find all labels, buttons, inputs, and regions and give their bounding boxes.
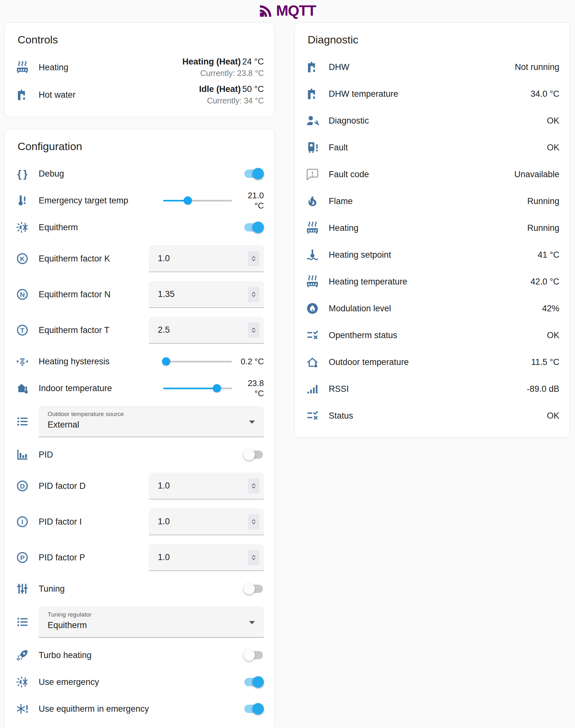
equitherm-factor-n-input[interactable] — [158, 289, 248, 299]
diag-row-outdoor-temperature[interactable]: Outdoor temperature 11.5 °C — [306, 349, 560, 375]
row-label: Heating temperature — [329, 277, 407, 287]
diag-row-opentherm-status[interactable]: Opentherm status OK — [306, 322, 560, 349]
slider-value: 21.0 °C — [237, 190, 264, 211]
diag-row-heating-temperature[interactable]: Heating temperature 42.0 °C — [306, 268, 560, 295]
row-label: Debug — [39, 169, 64, 179]
stepper-control[interactable] — [248, 287, 259, 302]
indoor-temperature-slider[interactable] — [163, 384, 232, 393]
mqtt-logo-icon — [259, 3, 273, 17]
debug-toggle[interactable] — [243, 168, 264, 180]
row-label: DHW — [329, 62, 349, 72]
tuning-toggle[interactable] — [243, 583, 264, 595]
row-label: Use emergency — [39, 677, 99, 687]
diag-row-dhw-temperature[interactable]: DHW temperature 34.0 °C — [306, 80, 560, 107]
diag-row-status[interactable]: Status OK — [306, 402, 560, 429]
pid-toggle[interactable] — [243, 449, 264, 461]
row-label: Emergency target temp — [39, 196, 128, 206]
use-equitherm-in-emergency-toggle[interactable] — [243, 703, 264, 715]
config-row-use-equitherm-in-emergency: Use equitherm in emergency — [15, 695, 264, 722]
pid-factor-i-input[interactable] — [158, 517, 248, 526]
row-label: PID factor P — [39, 553, 85, 562]
alpha-k-circle-icon — [15, 252, 29, 265]
sun-snowflake-icon — [15, 221, 29, 234]
list-status-icon — [306, 329, 319, 342]
row-label: RSSI — [329, 384, 349, 394]
chevron-up-down-icon — [249, 325, 258, 336]
climate-state: Heating (Heat) 24 °C Currently: 23.8 °C — [182, 57, 264, 78]
emergency-target-temp-slider[interactable] — [163, 196, 232, 205]
stepper-control[interactable] — [248, 323, 259, 338]
alpha-d-circle-icon — [15, 479, 29, 493]
turbo-heating-toggle[interactable] — [243, 649, 264, 661]
chevron-up-down-icon — [249, 552, 258, 563]
row-label: Indoor temperature — [39, 384, 112, 393]
stepper-control[interactable] — [248, 251, 259, 266]
slider-thumb[interactable] — [184, 196, 192, 205]
controls-row-heating[interactable]: Heating Heating (Heat) 24 °C Currently: … — [15, 53, 264, 81]
diag-value: OK — [547, 116, 560, 126]
equitherm-toggle[interactable] — [243, 221, 264, 233]
config-row-turbo-heating: Turbo heating — [15, 642, 264, 668]
diagnostic-card: Diagnostic DHW Not running DHW temperatu… — [295, 22, 570, 438]
slider-thumb[interactable] — [213, 384, 221, 392]
stepper-control[interactable] — [248, 550, 259, 565]
equitherm-factor-k-input[interactable] — [158, 254, 248, 263]
climate-state: Idle (Heat) 50 °C Currently: 34 °C — [199, 84, 264, 105]
climate-mode: Idle (Heat) — [199, 84, 241, 94]
diag-row-heating[interactable]: Heating Running — [306, 215, 560, 242]
diag-row-diagnostic[interactable]: Diagnostic OK — [306, 107, 560, 134]
pid-factor-i-field — [149, 508, 264, 535]
chevron-up-down-icon — [249, 480, 258, 492]
dropdown-caret-icon — [249, 421, 255, 424]
select-value: External — [47, 420, 245, 430]
diag-row-modulation-level[interactable]: Modulation level 42% — [306, 295, 560, 322]
heating-hysteresis-slider[interactable] — [163, 357, 232, 366]
use-emergency-toggle[interactable] — [243, 676, 264, 688]
thermometer-water-icon — [306, 248, 319, 261]
row-label: Equitherm factor K — [39, 254, 110, 264]
configuration-card: Configuration Debug Emergency target tem… — [4, 129, 274, 728]
chevron-up-down-icon — [249, 253, 258, 264]
pid-factor-p-input[interactable] — [158, 552, 248, 562]
equitherm-factor-t-input[interactable] — [158, 325, 248, 335]
row-label: Tuning — [39, 584, 65, 594]
diag-row-rssi[interactable]: RSSI -89.0 dB — [306, 375, 560, 402]
config-row-emergency-target-temp: Emergency target temp 21.0 °C — [15, 187, 264, 214]
faucet-icon — [15, 88, 29, 102]
diag-value: OK — [547, 143, 560, 153]
pid-factor-d-field — [149, 473, 264, 499]
tuning-regulator-select[interactable]: Tuning regulator Equitherm — [39, 606, 264, 638]
slider-thumb[interactable] — [162, 357, 170, 366]
row-label: PID factor D — [39, 481, 86, 491]
pid-factor-d-input[interactable] — [158, 481, 248, 491]
config-row-tuning-regulator: Tuning regulator Equitherm — [15, 602, 264, 642]
outdoor-temperature-source-select[interactable]: Outdoor temperature source External — [39, 406, 264, 437]
diag-row-dhw[interactable]: DHW Not running — [306, 53, 560, 80]
row-label: Heating setpoint — [329, 250, 391, 260]
account-wrench-icon — [306, 114, 319, 128]
alpha-n-circle-icon — [15, 288, 29, 301]
home-thermometer-icon — [15, 381, 29, 395]
home-thermometer-outline-icon — [306, 355, 319, 369]
radiator-icon — [15, 61, 29, 74]
diag-row-fault-code[interactable]: Fault code Unavailable — [306, 161, 560, 188]
thermometer-alert-icon — [15, 194, 29, 207]
diag-row-fault[interactable]: Fault OK — [306, 134, 560, 161]
row-label: PID factor I — [39, 517, 82, 527]
row-label: Fault code — [329, 170, 369, 179]
row-label: Equitherm factor T — [39, 325, 109, 335]
row-label: Flame — [329, 196, 353, 206]
diag-row-flame[interactable]: Flame Running — [306, 188, 560, 215]
diag-row-heating-setpoint[interactable]: Heating setpoint 41 °C — [306, 242, 560, 268]
config-row-pid-factor-p: PID factor P — [15, 540, 264, 575]
fire-icon — [306, 194, 319, 208]
select-value: Equitherm — [47, 620, 245, 630]
controls-row-hot-water[interactable]: Hot water Idle (Heat) 50 °C Currently: 3… — [15, 81, 264, 109]
equitherm-factor-n-field — [149, 281, 264, 308]
chevron-up-down-icon — [249, 289, 258, 300]
stepper-control[interactable] — [248, 514, 259, 530]
climate-target-temp: 24 °C — [242, 57, 264, 66]
tune-vertical-icon — [15, 582, 29, 595]
stepper-control[interactable] — [248, 478, 259, 494]
configuration-card-title: Configuration — [18, 140, 264, 153]
